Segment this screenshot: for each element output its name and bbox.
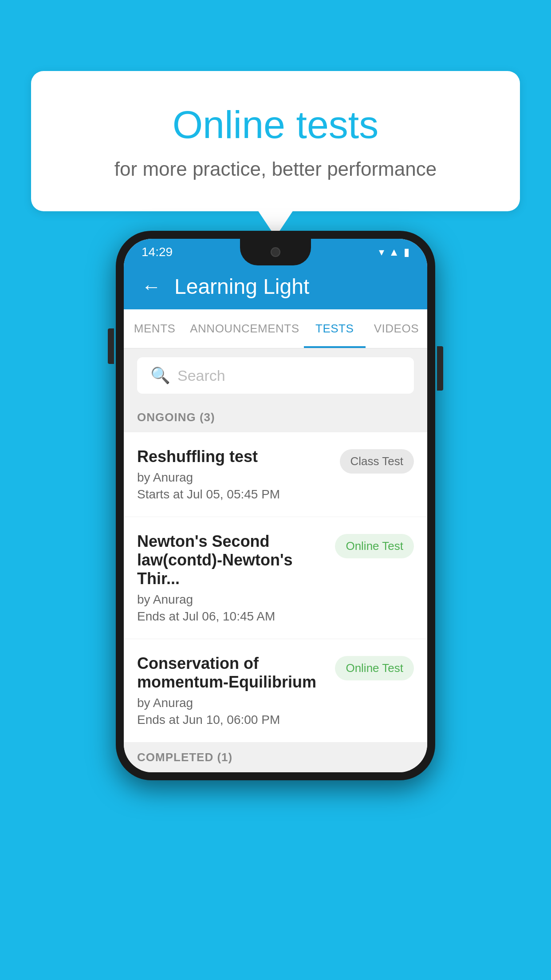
tests-list: Reshuffling test by Anurag Starts at Jul…	[124, 432, 427, 743]
test-badge-online: Online Test	[335, 534, 414, 558]
phone-outer-frame: 14:29 ▾ ▲ ▮ ← Learning Light MENTS ANNOU…	[116, 231, 435, 780]
test-badge-class: Class Test	[340, 449, 414, 474]
test-info: Newton's Second law(contd)-Newton's Thir…	[137, 532, 326, 624]
test-badge-online: Online Test	[335, 656, 414, 680]
phone-mockup: 14:29 ▾ ▲ ▮ ← Learning Light MENTS ANNOU…	[116, 231, 435, 780]
tab-announcements[interactable]: ANNOUNCEMENTS	[185, 309, 303, 348]
test-name: Newton's Second law(contd)-Newton's Thir…	[137, 532, 326, 588]
test-time: Starts at Jul 05, 05:45 PM	[137, 487, 331, 502]
completed-section-header: COMPLETED (1)	[124, 743, 427, 772]
battery-icon: ▮	[404, 246, 409, 258]
search-icon: 🔍	[150, 366, 170, 385]
test-by: by Anurag	[137, 593, 326, 607]
test-by: by Anurag	[137, 696, 326, 710]
test-info: Conservation of momentum-Equilibrium by …	[137, 654, 326, 727]
search-placeholder: Search	[177, 367, 225, 384]
bubble-title: Online tests	[67, 102, 484, 147]
tab-tests[interactable]: TESTS	[304, 309, 366, 348]
signal-icon: ▲	[389, 246, 399, 258]
test-item[interactable]: Conservation of momentum-Equilibrium by …	[124, 639, 427, 743]
test-item[interactable]: Newton's Second law(contd)-Newton's Thir…	[124, 517, 427, 639]
ongoing-section-header: ONGOING (3)	[124, 403, 427, 432]
search-bar[interactable]: 🔍 Search	[137, 357, 414, 394]
tabs-bar: MENTS ANNOUNCEMENTS TESTS VIDEOS	[124, 309, 427, 348]
tab-ments[interactable]: MENTS	[124, 309, 185, 348]
ongoing-label: ONGOING (3)	[137, 411, 215, 424]
app-title: Learning Light	[174, 274, 309, 299]
camera-dot	[271, 247, 280, 257]
status-icons: ▾ ▲ ▮	[379, 246, 409, 258]
phone-screen: 14:29 ▾ ▲ ▮ ← Learning Light MENTS ANNOU…	[124, 239, 427, 772]
tab-videos[interactable]: VIDEOS	[366, 309, 427, 348]
test-by: by Anurag	[137, 470, 331, 485]
test-name: Conservation of momentum-Equilibrium	[137, 654, 326, 692]
status-time: 14:29	[142, 245, 173, 259]
test-info: Reshuffling test by Anurag Starts at Jul…	[137, 447, 331, 502]
wifi-icon: ▾	[379, 246, 384, 258]
test-item[interactable]: Reshuffling test by Anurag Starts at Jul…	[124, 432, 427, 517]
speech-bubble-section: Online tests for more practice, better p…	[31, 71, 520, 237]
test-time: Ends at Jun 10, 06:00 PM	[137, 713, 326, 727]
test-time: Ends at Jul 06, 10:45 AM	[137, 609, 326, 624]
search-container: 🔍 Search	[124, 348, 427, 403]
test-name: Reshuffling test	[137, 447, 331, 466]
completed-label: COMPLETED (1)	[137, 751, 232, 764]
back-button[interactable]: ←	[142, 276, 161, 298]
app-header: ← Learning Light	[124, 264, 427, 309]
phone-notch	[240, 239, 311, 265]
speech-bubble: Online tests for more practice, better p…	[31, 71, 520, 211]
bubble-subtitle: for more practice, better performance	[67, 158, 484, 180]
